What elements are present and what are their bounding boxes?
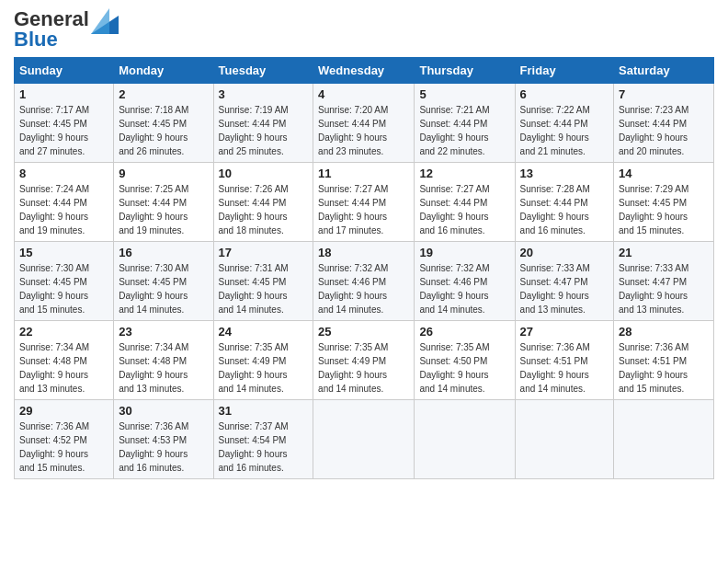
day-info: Sunrise: 7:35 AMSunset: 4:50 PMDaylight:…	[419, 342, 489, 394]
day-number: 23	[119, 325, 208, 339]
day-number: 29	[19, 404, 108, 418]
day-info: Sunrise: 7:21 AMSunset: 4:44 PMDaylight:…	[419, 105, 489, 156]
day-info: Sunrise: 7:36 AMSunset: 4:51 PMDaylight:…	[619, 342, 688, 394]
day-info: Sunrise: 7:33 AMSunset: 4:47 PMDaylight:…	[619, 263, 688, 315]
calendar-cell: 14 Sunrise: 7:29 AMSunset: 4:45 PMDaylig…	[614, 163, 714, 242]
day-info: Sunrise: 7:36 AMSunset: 4:52 PMDaylight:…	[19, 421, 89, 473]
day-number: 10	[219, 167, 309, 180]
day-info: Sunrise: 7:35 AMSunset: 4:49 PMDaylight:…	[219, 342, 289, 394]
day-number: 20	[520, 246, 609, 259]
calendar-cell: 23 Sunrise: 7:34 AMSunset: 4:48 PMDaylig…	[114, 321, 213, 400]
day-info: Sunrise: 7:29 AMSunset: 4:45 PMDaylight:…	[619, 184, 688, 236]
svg-marker-1	[91, 8, 109, 34]
calendar-cell	[614, 400, 714, 479]
week-row-5: 29 Sunrise: 7:36 AMSunset: 4:52 PMDaylig…	[15, 400, 714, 479]
calendar-cell: 1 Sunrise: 7:17 AMSunset: 4:45 PMDayligh…	[15, 84, 114, 163]
calendar-cell: 31 Sunrise: 7:37 AMSunset: 4:54 PMDaylig…	[213, 400, 313, 479]
day-number: 7	[619, 87, 709, 101]
calendar-cell: 8 Sunrise: 7:24 AMSunset: 4:44 PMDayligh…	[15, 163, 114, 242]
day-info: Sunrise: 7:17 AMSunset: 4:45 PMDaylight:…	[19, 105, 89, 156]
day-number: 26	[419, 325, 509, 339]
day-number: 19	[419, 246, 509, 259]
calendar-cell: 22 Sunrise: 7:34 AMSunset: 4:48 PMDaylig…	[15, 321, 114, 400]
col-header-friday: Friday	[515, 58, 613, 84]
calendar-table: SundayMondayTuesdayWednesdayThursdayFrid…	[14, 57, 714, 479]
calendar-cell: 3 Sunrise: 7:19 AMSunset: 4:44 PMDayligh…	[213, 84, 313, 163]
day-number: 6	[520, 87, 609, 101]
calendar-cell: 7 Sunrise: 7:23 AMSunset: 4:44 PMDayligh…	[614, 84, 714, 163]
day-number: 4	[318, 87, 409, 101]
day-number: 1	[19, 87, 108, 101]
calendar-cell: 15 Sunrise: 7:30 AMSunset: 4:45 PMDaylig…	[15, 242, 114, 321]
day-info: Sunrise: 7:26 AMSunset: 4:44 PMDaylight:…	[219, 184, 289, 236]
day-info: Sunrise: 7:32 AMSunset: 4:46 PMDaylight:…	[419, 263, 489, 315]
day-number: 27	[520, 325, 609, 339]
day-info: Sunrise: 7:20 AMSunset: 4:44 PMDaylight:…	[318, 105, 388, 156]
week-row-1: 1 Sunrise: 7:17 AMSunset: 4:45 PMDayligh…	[15, 84, 714, 163]
col-header-wednesday: Wednesday	[313, 58, 415, 84]
day-info: Sunrise: 7:27 AMSunset: 4:44 PMDaylight:…	[318, 184, 388, 236]
calendar-cell	[515, 400, 613, 479]
col-header-sunday: Sunday	[15, 58, 114, 84]
logo-text: General Blue	[14, 9, 89, 50]
day-info: Sunrise: 7:34 AMSunset: 4:48 PMDaylight:…	[119, 342, 188, 394]
day-info: Sunrise: 7:19 AMSunset: 4:44 PMDaylight:…	[219, 105, 289, 156]
calendar-cell: 24 Sunrise: 7:35 AMSunset: 4:49 PMDaylig…	[213, 321, 313, 400]
calendar-cell: 18 Sunrise: 7:32 AMSunset: 4:46 PMDaylig…	[313, 242, 415, 321]
day-info: Sunrise: 7:35 AMSunset: 4:49 PMDaylight:…	[318, 342, 388, 394]
day-info: Sunrise: 7:24 AMSunset: 4:44 PMDaylight:…	[19, 184, 89, 236]
day-info: Sunrise: 7:36 AMSunset: 4:51 PMDaylight:…	[520, 342, 590, 394]
calendar-cell: 13 Sunrise: 7:28 AMSunset: 4:44 PMDaylig…	[515, 163, 613, 242]
day-number: 22	[19, 325, 108, 339]
day-info: Sunrise: 7:34 AMSunset: 4:48 PMDaylight:…	[19, 342, 89, 394]
day-info: Sunrise: 7:31 AMSunset: 4:45 PMDaylight:…	[219, 263, 289, 315]
day-number: 31	[219, 404, 309, 418]
day-number: 12	[419, 167, 509, 180]
calendar-cell	[313, 400, 415, 479]
day-info: Sunrise: 7:30 AMSunset: 4:45 PMDaylight:…	[119, 263, 188, 315]
day-number: 2	[119, 87, 208, 101]
col-header-saturday: Saturday	[614, 58, 714, 84]
day-number: 25	[318, 325, 409, 339]
calendar-cell: 17 Sunrise: 7:31 AMSunset: 4:45 PMDaylig…	[213, 242, 313, 321]
week-row-3: 15 Sunrise: 7:30 AMSunset: 4:45 PMDaylig…	[15, 242, 714, 321]
day-number: 3	[219, 87, 309, 101]
calendar-cell: 20 Sunrise: 7:33 AMSunset: 4:47 PMDaylig…	[515, 242, 613, 321]
day-info: Sunrise: 7:36 AMSunset: 4:53 PMDaylight:…	[119, 421, 188, 473]
calendar-cell: 11 Sunrise: 7:27 AMSunset: 4:44 PMDaylig…	[313, 163, 415, 242]
day-number: 16	[119, 246, 208, 259]
day-number: 15	[19, 246, 108, 259]
day-number: 28	[619, 325, 709, 339]
day-number: 9	[119, 167, 208, 180]
day-info: Sunrise: 7:27 AMSunset: 4:44 PMDaylight:…	[419, 184, 489, 236]
calendar-cell: 21 Sunrise: 7:33 AMSunset: 4:47 PMDaylig…	[614, 242, 714, 321]
calendar-cell: 2 Sunrise: 7:18 AMSunset: 4:45 PMDayligh…	[114, 84, 213, 163]
day-number: 24	[219, 325, 309, 339]
day-number: 30	[119, 404, 208, 418]
day-info: Sunrise: 7:22 AMSunset: 4:44 PMDaylight:…	[520, 105, 590, 156]
day-number: 14	[619, 167, 709, 180]
calendar-cell	[415, 400, 515, 479]
day-number: 21	[619, 246, 709, 259]
col-header-monday: Monday	[114, 58, 213, 84]
day-number: 8	[19, 167, 108, 180]
day-number: 13	[520, 167, 609, 180]
calendar-cell: 29 Sunrise: 7:36 AMSunset: 4:52 PMDaylig…	[15, 400, 114, 479]
day-info: Sunrise: 7:30 AMSunset: 4:45 PMDaylight:…	[19, 263, 89, 315]
calendar-cell: 10 Sunrise: 7:26 AMSunset: 4:44 PMDaylig…	[213, 163, 313, 242]
calendar-cell: 16 Sunrise: 7:30 AMSunset: 4:45 PMDaylig…	[114, 242, 213, 321]
calendar-cell: 27 Sunrise: 7:36 AMSunset: 4:51 PMDaylig…	[515, 321, 613, 400]
col-header-tuesday: Tuesday	[213, 58, 313, 84]
calendar-cell: 6 Sunrise: 7:22 AMSunset: 4:44 PMDayligh…	[515, 84, 613, 163]
day-info: Sunrise: 7:28 AMSunset: 4:44 PMDaylight:…	[520, 184, 590, 236]
day-info: Sunrise: 7:25 AMSunset: 4:44 PMDaylight:…	[119, 184, 188, 236]
calendar-cell: 4 Sunrise: 7:20 AMSunset: 4:44 PMDayligh…	[313, 84, 415, 163]
calendar-cell: 9 Sunrise: 7:25 AMSunset: 4:44 PMDayligh…	[114, 163, 213, 242]
logo-icon	[91, 8, 119, 34]
day-info: Sunrise: 7:23 AMSunset: 4:44 PMDaylight:…	[619, 105, 688, 156]
day-info: Sunrise: 7:32 AMSunset: 4:46 PMDaylight:…	[318, 263, 388, 315]
week-row-2: 8 Sunrise: 7:24 AMSunset: 4:44 PMDayligh…	[15, 163, 714, 242]
calendar-cell: 26 Sunrise: 7:35 AMSunset: 4:50 PMDaylig…	[415, 321, 515, 400]
calendar-cell: 5 Sunrise: 7:21 AMSunset: 4:44 PMDayligh…	[415, 84, 515, 163]
calendar-cell: 25 Sunrise: 7:35 AMSunset: 4:49 PMDaylig…	[313, 321, 415, 400]
